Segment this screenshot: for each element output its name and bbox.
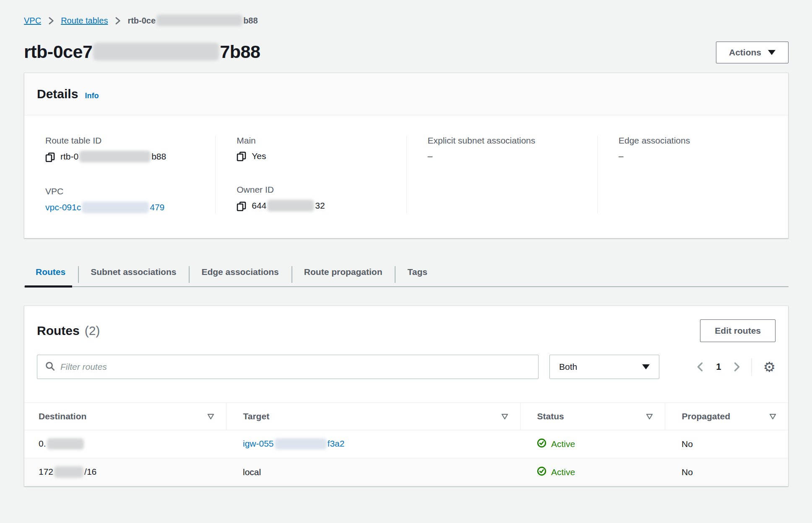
redacted-text: [47, 438, 84, 450]
field-route-table-id: Route table ID rtb-0b88: [45, 136, 203, 163]
status-cell: Active: [520, 458, 665, 486]
route-row-local: 172/16 local Active No: [24, 458, 788, 486]
edit-routes-button[interactable]: Edit routes: [700, 319, 776, 342]
caret-down-icon: [642, 364, 650, 369]
details-panel-body: Route table ID rtb-0b88 VPC vpc: [24, 115, 788, 238]
tab-bar: Routes Subnet associations Edge associat…: [24, 266, 789, 287]
target-cell: igw-055f3a2: [226, 430, 520, 458]
filter-column-icon[interactable]: [769, 413, 776, 420]
tab-subnet-associations[interactable]: Subnet associations: [78, 266, 189, 286]
copy-icon[interactable]: [45, 152, 55, 162]
details-column-2: Main Yes Owner ID: [215, 136, 406, 214]
redacted-text: [82, 201, 149, 213]
breadcrumb-route-tables-link[interactable]: Route tables: [61, 16, 108, 26]
chevron-right-icon: [48, 17, 54, 25]
copy-icon[interactable]: [237, 201, 246, 211]
redacted-text: [275, 438, 327, 450]
field-value: rtb-0b88: [45, 151, 203, 163]
internet-gateway-link[interactable]: igw-055f3a2: [243, 439, 344, 448]
vpc-link[interactable]: vpc-091c479: [45, 202, 164, 214]
propagated-cell: No: [665, 430, 788, 458]
destination-cell: 172/16: [24, 458, 226, 486]
settings-gear-icon[interactable]: ⚙: [763, 360, 776, 374]
status-badge: Active: [537, 466, 575, 478]
owner-id-value: 64432: [252, 200, 325, 212]
caret-down-icon: [768, 50, 776, 55]
tab-edge-associations[interactable]: Edge associations: [189, 266, 291, 286]
field-owner-id: Owner ID 64432: [237, 185, 393, 212]
page-number[interactable]: 1: [716, 361, 721, 372]
details-title: Details: [37, 87, 78, 101]
check-circle-icon: [537, 438, 547, 450]
breadcrumb: VPC Route tables rtb-0ceb88: [24, 15, 789, 26]
column-header-status: Status: [520, 403, 665, 430]
chevron-right-icon: [115, 17, 121, 25]
page-header: rtb-0ce77b88 Actions: [24, 42, 789, 63]
search-icon: [45, 361, 55, 373]
routes-panel-header: Routes (2) Edit routes: [24, 306, 788, 342]
filter-column-icon[interactable]: [646, 413, 653, 420]
details-column-3: Explicit subnet associations –: [406, 136, 597, 214]
info-link[interactable]: Info: [85, 92, 99, 100]
route-row-internet: 0. igw-055f3a2 Active: [24, 430, 788, 458]
field-value: Yes: [237, 151, 393, 161]
tab-route-propagation[interactable]: Route propagation: [291, 266, 395, 286]
details-panel: Details Info Route table ID rtb-0b88: [24, 73, 789, 238]
status-cell: Active: [520, 430, 665, 458]
vpc-route-table-page: VPC Route tables rtb-0ceb88 rtb-0ce77b88…: [0, 0, 812, 486]
routes-count: (2): [85, 324, 100, 338]
field-label: Owner ID: [237, 185, 393, 195]
field-label: Route table ID: [45, 136, 203, 146]
filter-routes-input[interactable]: [60, 362, 531, 372]
details-column-1: Route table ID rtb-0b88 VPC vpc: [24, 136, 215, 214]
details-column-4: Edge associations –: [597, 136, 788, 214]
next-page-button[interactable]: [734, 362, 740, 372]
field-value: –: [428, 151, 585, 161]
field-explicit-subnet-associations: Explicit subnet associations –: [428, 136, 585, 161]
field-label: Main: [237, 136, 393, 146]
details-panel-header: Details Info: [24, 73, 788, 115]
field-label: Explicit subnet associations: [428, 136, 585, 146]
field-vpc: VPC vpc-091c479: [45, 186, 203, 214]
routes-panel: Routes (2) Edit routes Both: [24, 306, 789, 486]
route-scope-select[interactable]: Both: [549, 355, 659, 379]
filter-routes-searchbox: [37, 355, 539, 379]
previous-page-button[interactable]: [697, 362, 703, 372]
routes-table-header-row: Destination Target: [24, 403, 788, 430]
actions-button[interactable]: Actions: [716, 42, 789, 63]
breadcrumb-current-item: rtb-0ceb88: [128, 15, 258, 26]
status-badge: Active: [537, 438, 575, 450]
field-value: –: [619, 151, 776, 161]
column-header-target: Target: [226, 403, 520, 430]
main-value: Yes: [252, 151, 266, 161]
field-value: 64432: [237, 200, 393, 212]
column-header-destination: Destination: [24, 403, 226, 430]
copy-icon[interactable]: [237, 152, 246, 161]
routes-title: Routes (2): [37, 324, 100, 338]
redacted-text: [156, 15, 242, 26]
propagated-cell: No: [665, 458, 788, 486]
check-circle-icon: [537, 466, 547, 478]
routes-table: Destination Target: [24, 403, 788, 486]
redacted-text: [93, 43, 219, 60]
filter-column-icon[interactable]: [207, 413, 214, 420]
field-edge-associations: Edge associations –: [619, 136, 776, 161]
redacted-text: [267, 200, 314, 212]
redacted-text: [54, 466, 83, 478]
route-table-id-value: rtb-0b88: [60, 151, 166, 163]
routes-toolbar: Both 1 ⚙: [24, 342, 788, 403]
page-title: rtb-0ce77b88: [24, 42, 260, 62]
filter-column-icon[interactable]: [501, 413, 508, 420]
redacted-text: [79, 151, 151, 162]
column-header-propagated: Propagated: [665, 403, 788, 430]
field-main: Main Yes: [237, 136, 393, 161]
field-label: Edge associations: [619, 136, 776, 146]
target-cell: local: [226, 458, 520, 486]
tab-tags[interactable]: Tags: [395, 266, 440, 286]
tab-routes[interactable]: Routes: [24, 266, 78, 286]
field-label: VPC: [45, 186, 203, 196]
breadcrumb-vpc-link[interactable]: VPC: [24, 16, 41, 26]
pagination: 1: [697, 361, 740, 372]
toolbar-divider: [751, 358, 752, 376]
destination-cell: 0.: [24, 430, 226, 458]
